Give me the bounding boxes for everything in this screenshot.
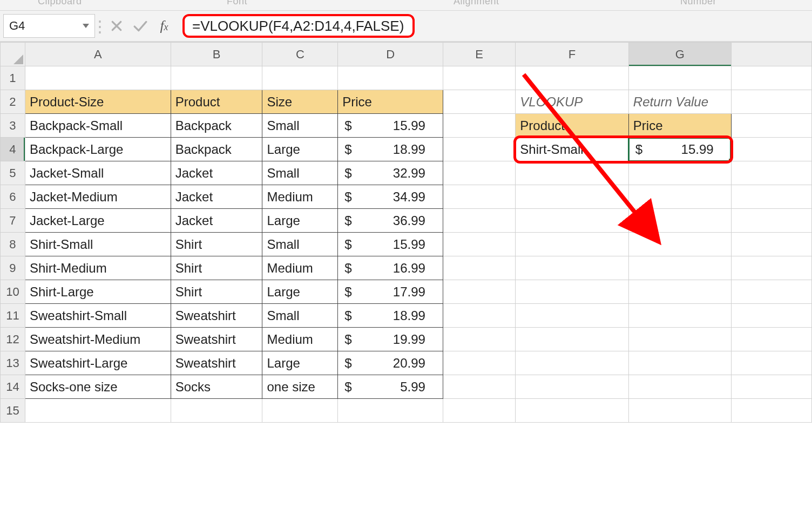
row-header-15[interactable]: 15 xyxy=(1,399,25,423)
cell-B15[interactable] xyxy=(171,399,262,423)
cell-A6[interactable]: Jacket-Medium xyxy=(25,185,171,209)
cell-G5[interactable] xyxy=(628,161,731,185)
cell-B6[interactable]: Jacket xyxy=(171,185,262,209)
cell-E10[interactable] xyxy=(443,280,515,304)
row-header-12[interactable]: 12 xyxy=(1,328,25,351)
select-all-corner[interactable] xyxy=(1,43,25,66)
cell-E13[interactable] xyxy=(443,351,515,375)
cell-G6[interactable] xyxy=(628,185,731,209)
cell-C9[interactable]: Medium xyxy=(262,256,338,280)
col-header-F[interactable]: F xyxy=(516,43,629,66)
cell-E1[interactable] xyxy=(443,66,515,90)
cell-C11[interactable]: Small xyxy=(262,304,338,328)
cell-E8[interactable] xyxy=(443,233,515,256)
insert-function-button[interactable]: fx xyxy=(152,14,176,38)
cell-H10[interactable] xyxy=(731,280,811,304)
cell-D13[interactable]: $20.99 xyxy=(338,351,443,375)
cell-C10[interactable]: Large xyxy=(262,280,338,304)
cell-G15[interactable] xyxy=(628,399,731,423)
col-header-C[interactable]: C xyxy=(262,43,338,66)
cell-B12[interactable]: Sweatshirt xyxy=(171,328,262,351)
cell-A13[interactable]: Sweatshirt-Large xyxy=(25,351,171,375)
cell-C4[interactable]: Large xyxy=(262,138,338,161)
cell-D5[interactable]: $32.99 xyxy=(338,161,443,185)
row-header-10[interactable]: 10 xyxy=(1,280,25,304)
col-header-D[interactable]: D xyxy=(338,43,443,66)
cell-C13[interactable]: Large xyxy=(262,351,338,375)
cell-F9[interactable] xyxy=(516,256,629,280)
cell-H8[interactable] xyxy=(731,233,811,256)
cell-C1[interactable] xyxy=(262,66,338,90)
cell-G7[interactable] xyxy=(628,209,731,233)
col-header-G[interactable]: G xyxy=(628,43,731,66)
cell-G10[interactable] xyxy=(628,280,731,304)
cell-F15[interactable] xyxy=(516,399,629,423)
col-header-H[interactable] xyxy=(731,43,811,66)
row-header-14[interactable]: 14 xyxy=(1,375,25,399)
cell-G4[interactable]: $15.99 xyxy=(628,138,731,161)
cell-C2[interactable]: Size xyxy=(262,90,338,114)
row-header-7[interactable]: 7 xyxy=(1,209,25,233)
cell-D8[interactable]: $15.99 xyxy=(338,233,443,256)
cell-A12[interactable]: Sweatshirt-Medium xyxy=(25,328,171,351)
cell-H9[interactable] xyxy=(731,256,811,280)
cell-G13[interactable] xyxy=(628,351,731,375)
cell-H15[interactable] xyxy=(731,399,811,423)
cell-D1[interactable] xyxy=(338,66,443,90)
cell-A3[interactable]: Backpack-Small xyxy=(25,114,171,138)
cell-F13[interactable] xyxy=(516,351,629,375)
cell-H11[interactable] xyxy=(731,304,811,328)
cell-H14[interactable] xyxy=(731,375,811,399)
row-header-1[interactable]: 1 xyxy=(1,66,25,90)
cell-D12[interactable]: $19.99 xyxy=(338,328,443,351)
cell-F10[interactable] xyxy=(516,280,629,304)
enter-formula-button[interactable] xyxy=(128,14,152,38)
cell-G1[interactable] xyxy=(628,66,731,90)
cell-C7[interactable]: Large xyxy=(262,209,338,233)
cell-F14[interactable] xyxy=(516,375,629,399)
cell-E14[interactable] xyxy=(443,375,515,399)
row-header-13[interactable]: 13 xyxy=(1,351,25,375)
cell-F7[interactable] xyxy=(516,209,629,233)
cell-E11[interactable] xyxy=(443,304,515,328)
cell-G8[interactable] xyxy=(628,233,731,256)
cell-A14[interactable]: Socks-one size xyxy=(25,375,171,399)
cell-C14[interactable]: one size xyxy=(262,375,338,399)
cell-F8[interactable] xyxy=(516,233,629,256)
cell-D4[interactable]: $18.99 xyxy=(338,138,443,161)
cell-G2[interactable]: Return Value xyxy=(628,90,731,114)
cell-H12[interactable] xyxy=(731,328,811,351)
cell-D2[interactable]: Price xyxy=(338,90,443,114)
cell-B7[interactable]: Jacket xyxy=(171,209,262,233)
cell-B1[interactable] xyxy=(171,66,262,90)
cell-C3[interactable]: Small xyxy=(262,114,338,138)
cell-G9[interactable] xyxy=(628,256,731,280)
cell-A9[interactable]: Shirt-Medium xyxy=(25,256,171,280)
cell-D14[interactable]: $5.99 xyxy=(338,375,443,399)
cancel-formula-button[interactable] xyxy=(105,14,128,38)
cell-B9[interactable]: Shirt xyxy=(171,256,262,280)
spreadsheet-grid[interactable]: A B C D E F G 12Product-SizeProductSizeP… xyxy=(0,42,812,423)
cell-G12[interactable] xyxy=(628,328,731,351)
cell-B8[interactable]: Shirt xyxy=(171,233,262,256)
cell-C6[interactable]: Medium xyxy=(262,185,338,209)
cell-C12[interactable]: Medium xyxy=(262,328,338,351)
cell-B13[interactable]: Sweatshirt xyxy=(171,351,262,375)
cell-H5[interactable] xyxy=(731,161,811,185)
cell-F4[interactable]: Shirt-Small xyxy=(516,138,629,161)
cell-E15[interactable] xyxy=(443,399,515,423)
cell-B10[interactable]: Shirt xyxy=(171,280,262,304)
cell-F12[interactable] xyxy=(516,328,629,351)
cell-A15[interactable] xyxy=(25,399,171,423)
cell-F6[interactable] xyxy=(516,185,629,209)
cell-B3[interactable]: Backpack xyxy=(171,114,262,138)
cell-A5[interactable]: Jacket-Small xyxy=(25,161,171,185)
cell-H3[interactable] xyxy=(731,114,811,138)
cell-A7[interactable]: Jacket-Large xyxy=(25,209,171,233)
cell-E5[interactable] xyxy=(443,161,515,185)
cell-D6[interactable]: $34.99 xyxy=(338,185,443,209)
cell-E7[interactable] xyxy=(443,209,515,233)
cell-E2[interactable] xyxy=(443,90,515,114)
cell-H7[interactable] xyxy=(731,209,811,233)
cell-B5[interactable]: Jacket xyxy=(171,161,262,185)
